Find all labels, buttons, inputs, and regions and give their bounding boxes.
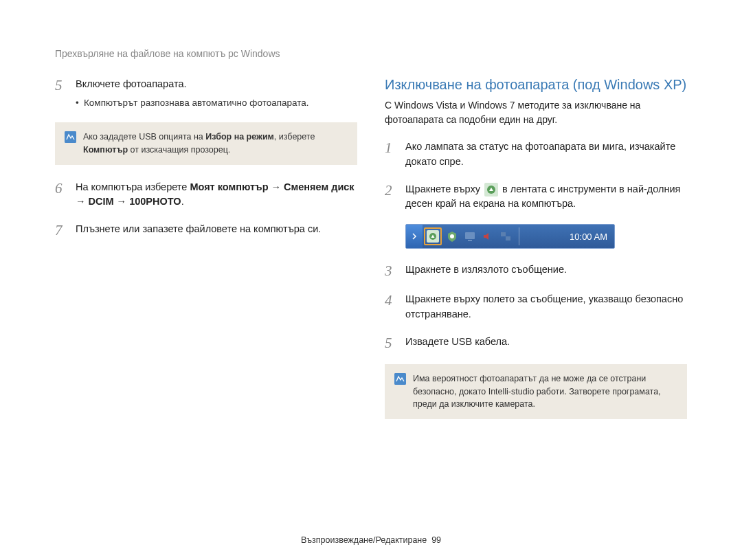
- step-number: 5: [385, 335, 397, 352]
- step-number: 6: [55, 180, 67, 210]
- step-2: 2 Щракнете върху в лентата с инструменти…: [385, 182, 687, 212]
- step-5r: 5 Извадете USB кабела.: [385, 335, 687, 352]
- step-3: 3 Щракнете в излязлото съобщение.: [385, 262, 687, 280]
- tray-separator: [519, 227, 521, 245]
- step-text: На компютъра изберете Моят компютър → См…: [76, 180, 357, 210]
- step-text: Щракнете върху в лентата с инструменти в…: [405, 182, 687, 212]
- step-text: Плъзнете или запазете файловете на компю…: [76, 222, 357, 239]
- step-number: 3: [385, 262, 397, 280]
- tray-eject-icon: [424, 227, 442, 245]
- step-text: Ако лампата за статус на фотоапарата ви …: [405, 139, 687, 170]
- tray-expand-icon: [406, 224, 423, 249]
- step-text: Щракнете в излязлото съобщение.: [405, 262, 687, 280]
- note-text: Има вероятност фотоапаратът да не може д…: [413, 372, 677, 411]
- eject-icon: [484, 183, 498, 197]
- step-text: Извадете USB кабела.: [405, 335, 687, 352]
- page-footer: Възпроизвеждане/Редактиране 99: [0, 535, 742, 545]
- step-4: 4 Щракнете върху полето за съобщение, ук…: [385, 292, 687, 322]
- note-box-right: Има вероятност фотоапаратът да не може д…: [385, 364, 687, 419]
- note-text: Ако зададете USB опцията на Избор на реж…: [83, 131, 348, 157]
- taskbar-image: 10:00 AM: [405, 224, 615, 249]
- step-number: 2: [385, 182, 397, 212]
- tray-monitor-icon: [462, 229, 477, 244]
- svg-rect-8: [501, 232, 506, 236]
- step-1: 1 Ако лампата за статус на фотоапарата в…: [385, 139, 687, 170]
- tray-volume-icon: [480, 229, 495, 244]
- step-number: 5: [55, 77, 67, 110]
- step-number: 1: [385, 139, 397, 170]
- step-7: 7 Плъзнете или запазете файловете на ком…: [55, 222, 357, 239]
- svg-rect-6: [465, 232, 475, 239]
- tray-network-icon: [498, 229, 513, 244]
- note-icon: [65, 131, 76, 143]
- step-bullet: Компютърът разпознава автоматично фотоап…: [76, 96, 357, 110]
- tray-clock: 10:00 AM: [563, 232, 614, 242]
- step-text: Включете фотоапарата.: [76, 78, 186, 89]
- section-title: Изключване на фотоапарата (под Windows X…: [385, 77, 687, 93]
- page-header: Прехвърляне на файлове на компютъ pc Win…: [55, 48, 687, 59]
- svg-rect-7: [468, 240, 472, 241]
- step-text: Щракнете върху полето за съобщение, указ…: [405, 292, 687, 322]
- tray-shield-icon: [445, 229, 460, 244]
- step-6: 6 На компютъра изберете Моят компютър → …: [55, 180, 357, 210]
- svg-rect-9: [506, 236, 510, 240]
- note-box-left: Ако зададете USB опцията на Избор на реж…: [55, 122, 357, 165]
- step-number: 4: [385, 292, 397, 322]
- section-intro: С Windows Vista и Windows 7 методите за …: [385, 98, 687, 127]
- note-icon: [394, 373, 406, 385]
- right-column: Изключване на фотоапарата (под Windows X…: [385, 77, 687, 434]
- step-5: 5 Включете фотоапарата. Компютърът разпо…: [55, 77, 357, 110]
- left-column: 5 Включете фотоапарата. Компютърът разпо…: [55, 77, 357, 434]
- svg-point-5: [450, 234, 454, 238]
- step-number: 7: [55, 222, 67, 239]
